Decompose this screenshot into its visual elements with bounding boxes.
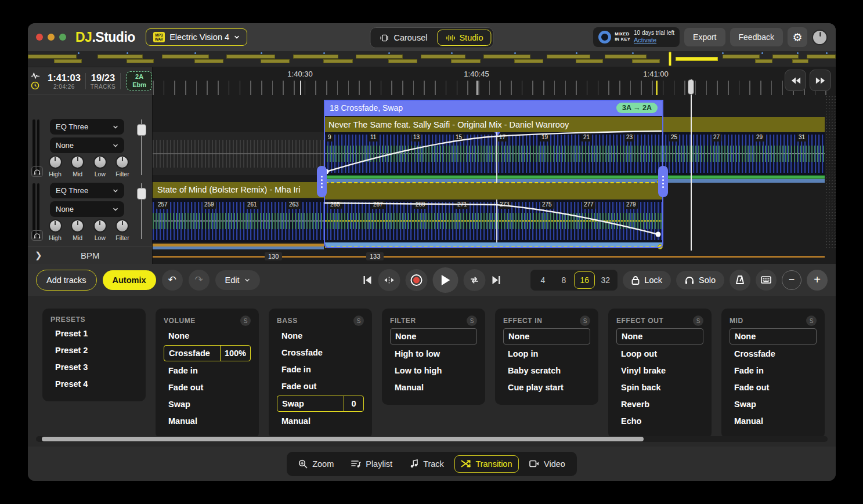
transition-option[interactable]: Manual — [164, 414, 251, 429]
account-avatar[interactable] — [812, 30, 828, 45]
transition-option[interactable]: Swap — [164, 397, 251, 412]
metronome-button[interactable] — [730, 270, 750, 291]
transition-option[interactable]: Manual — [730, 414, 817, 429]
track-title-outgoing-continue[interactable] — [324, 183, 663, 200]
mix-overview-minimap[interactable] — [28, 51, 836, 67]
deck-b-headphone-cue-button[interactable] — [31, 230, 43, 241]
bpm-lane-header[interactable]: ❯ BPM — [28, 246, 152, 264]
transition-option[interactable]: None — [503, 328, 590, 345]
deck-a-mid-knob[interactable]: Mid — [68, 155, 88, 177]
loop-length-32[interactable]: 32 — [595, 271, 616, 289]
transition-option[interactable]: Manual — [277, 414, 364, 429]
transition-option[interactable]: Spin back — [616, 380, 703, 395]
deck-a-headphone-cue-button[interactable] — [31, 166, 43, 177]
fast-forward-button[interactable] — [810, 70, 831, 91]
deck-b-filter-knob[interactable]: Filter — [113, 219, 132, 241]
deck-a-high-knob[interactable]: High — [45, 155, 65, 177]
swap-point-line[interactable] — [496, 200, 497, 242]
transition-option[interactable]: Swap — [730, 397, 817, 412]
transition-option[interactable]: Preset 1 — [50, 326, 138, 341]
activate-link[interactable]: Activate — [634, 37, 656, 43]
track-title-outgoing[interactable]: State of Mind (Bolster Remix) - Mha Iri — [153, 182, 324, 198]
transition-option[interactable]: Baby scratch — [503, 363, 590, 378]
settings-button[interactable]: ⚙ — [788, 27, 807, 47]
transition-option[interactable]: Echo — [616, 414, 703, 429]
transition-option[interactable]: None — [616, 328, 703, 345]
transition-option[interactable]: Loop in — [503, 346, 590, 361]
carousel-mode-button[interactable]: Carousel — [372, 30, 435, 46]
scrollbar-thumb[interactable] — [42, 437, 644, 441]
option-value[interactable]: 0 — [344, 396, 363, 411]
zoom-in-button[interactable]: + — [807, 270, 828, 291]
playhead[interactable] — [691, 79, 692, 251]
crossfade-block-header[interactable]: 18 Crossfade, Swap 3A → 2A — [324, 100, 663, 116]
time-ruler[interactable]: 1:40:301:40:451:41:00 — [153, 67, 836, 95]
deck-b-fx-select[interactable]: None — [50, 201, 124, 217]
record-button[interactable] — [406, 269, 428, 291]
transition-option[interactable]: Fade in — [164, 363, 251, 378]
transition-option[interactable]: None — [164, 328, 251, 343]
swap-point-line[interactable] — [496, 132, 497, 183]
track-title-incoming[interactable]: Never The Same feat. Sally Saifi - Origi… — [324, 117, 663, 133]
redo-button[interactable]: ↷ — [189, 270, 210, 291]
sync-badge[interactable]: S — [693, 316, 703, 326]
volume-automation-bottom[interactable] — [325, 246, 660, 248]
transition-option[interactable]: Preset 4 — [50, 376, 138, 391]
transition-option[interactable]: Crossfade100% — [164, 345, 251, 361]
loop-length-16[interactable]: 16 — [574, 271, 595, 289]
bottom-tab-video[interactable]: Video — [522, 455, 572, 473]
undo-button[interactable]: ↶ — [162, 270, 183, 291]
project-selector[interactable]: MP3WAV Electric Vision 4 — [146, 28, 247, 46]
add-tracks-button[interactable]: Add tracks — [36, 270, 97, 291]
deck-a-filter-knob[interactable]: Filter — [113, 155, 132, 177]
automation-handle[interactable] — [658, 244, 663, 249]
option-value[interactable]: 100% — [220, 346, 250, 361]
sync-badge[interactable]: S — [806, 316, 817, 326]
zoom-window-button[interactable] — [59, 34, 66, 41]
sync-badge[interactable]: S — [580, 316, 590, 326]
transition-option[interactable]: None — [730, 328, 817, 345]
sync-badge[interactable]: S — [240, 316, 251, 326]
transition-option[interactable]: None — [277, 328, 364, 343]
deck-b-volume-fader[interactable] — [137, 183, 146, 239]
loop-length-4[interactable]: 4 — [532, 271, 553, 289]
lock-button[interactable]: Lock — [623, 271, 671, 289]
crossfade-right-handle[interactable] — [658, 166, 668, 197]
export-button[interactable]: Export — [684, 28, 725, 46]
transition-option[interactable]: Fade in — [277, 362, 364, 377]
sync-badge[interactable]: S — [353, 316, 364, 326]
automix-button[interactable]: Automix — [103, 270, 156, 290]
bottom-tab-transition[interactable]: Transition — [454, 455, 519, 473]
solo-button[interactable]: Solo — [676, 271, 724, 289]
transition-option[interactable]: Cue play start — [503, 380, 590, 395]
transition-option[interactable]: Reverb — [616, 397, 703, 412]
transition-option[interactable]: Loop out — [616, 346, 703, 361]
waveform-incoming-dimmed[interactable] — [153, 132, 324, 175]
transition-option[interactable]: None — [390, 328, 477, 345]
deck-a-low-knob[interactable]: Low — [90, 155, 110, 177]
snap-to-playhead-button[interactable] — [378, 269, 400, 291]
zoom-out-button[interactable]: − — [782, 270, 801, 290]
play-button[interactable] — [433, 267, 458, 293]
deck-b-eq-select[interactable]: EQ Three — [50, 183, 124, 198]
transition-option[interactable]: Preset 3 — [50, 360, 138, 375]
bottom-tab-track[interactable]: Track — [403, 455, 451, 473]
deck-b-mid-knob[interactable]: Mid — [68, 219, 88, 241]
crossfade-left-handle[interactable] — [317, 166, 327, 197]
loop-toggle-button[interactable] — [464, 269, 486, 291]
horizontal-scrollbar[interactable] — [36, 436, 828, 442]
skip-to-start-button[interactable] — [362, 275, 373, 285]
transition-option[interactable]: Crossfade — [277, 345, 364, 360]
transition-option[interactable]: Vinyl brake — [616, 363, 703, 378]
studio-mode-button[interactable]: Studio — [437, 30, 491, 46]
skip-to-end-button[interactable] — [491, 275, 503, 285]
transition-option[interactable]: Fade out — [730, 380, 817, 395]
bpm-lane[interactable]: 130133 — [153, 251, 836, 264]
waveform-incoming[interactable] — [324, 132, 825, 175]
playhead-handle[interactable] — [688, 79, 694, 95]
minimap-view-marker[interactable] — [669, 52, 671, 66]
transition-option[interactable]: Preset 2 — [50, 343, 138, 358]
rewind-button[interactable] — [785, 70, 806, 91]
deck-a-eq-select[interactable]: EQ Three — [50, 119, 124, 135]
track-title-incoming-continue[interactable] — [663, 117, 825, 133]
